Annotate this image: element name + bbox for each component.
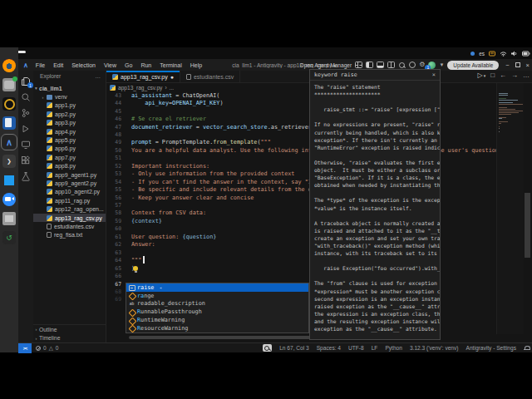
tree-item[interactable]: app6.py [33, 145, 106, 153]
forward-icon[interactable]: → [511, 71, 518, 79]
activity-explorer-icon[interactable]: 1 [20, 76, 32, 86]
activity-remote-explorer-icon[interactable] [20, 139, 32, 150]
menu-view[interactable]: View [101, 62, 120, 69]
run-button[interactable]: ▷ [477, 71, 482, 79]
dock-icon-file-manager[interactable] [2, 78, 16, 91]
status-item[interactable]: LF [372, 345, 378, 351]
bell-icon[interactable] [524, 345, 530, 352]
avatar[interactable]: 1 [428, 62, 436, 69]
activity-extensions-icon[interactable] [20, 155, 32, 165]
tree-item[interactable]: app9_agent2.py [33, 179, 106, 187]
suggest-item-RuntimeWarning[interactable]: RuntimeWarning [126, 316, 308, 324]
toggle-panel-icon[interactable] [377, 62, 384, 68]
tree-item[interactable]: reg_fisa.txt [33, 231, 106, 239]
tree-item[interactable]: app1.py [33, 101, 106, 110]
back-icon[interactable]: ← [500, 71, 506, 79]
status-item[interactable]: Python [385, 345, 402, 351]
dock-icon-vscode[interactable] [2, 174, 16, 187]
tree-item[interactable]: app5.py [33, 135, 106, 144]
menu-edit[interactable]: Edit [50, 62, 66, 69]
tree-item[interactable]: app8.py [33, 162, 106, 170]
tree-item[interactable]: app13_rag_csv.py [33, 214, 106, 222]
activity-run-debug-icon[interactable] [20, 123, 32, 134]
search-icon[interactable] [398, 62, 406, 69]
close-icon[interactable]: × [432, 71, 436, 78]
update-available-button[interactable]: Update Available [447, 61, 499, 70]
menu-selection[interactable]: Selection [68, 62, 99, 69]
word-symbol-icon: ab [129, 301, 135, 307]
tree-item[interactable]: app4.py [33, 127, 106, 135]
status-item[interactable]: Antigravity - Settings [466, 345, 516, 351]
tree-item[interactable]: app9_agent1.py [33, 170, 106, 179]
toggle-primary-sidebar-icon[interactable] [366, 62, 373, 68]
restore-button[interactable] [515, 62, 520, 67]
split-editor-icon[interactable]: □ [490, 71, 495, 79]
system-tray[interactable]: es [470, 47, 530, 59]
screen-magnifier-icon[interactable] [263, 344, 272, 352]
minimap[interactable] [496, 83, 524, 334]
status-item[interactable]: Ln 67, Col 3 [279, 345, 309, 351]
activity-source-control-icon[interactable] [20, 107, 32, 118]
code-line: 61User question: {question} [106, 233, 216, 240]
suggest-item-RunnablePassthrough[interactable]: RunnablePassthrough [126, 308, 308, 316]
tab-label: estudiantes.csv [194, 74, 234, 80]
menu-run[interactable]: Run [137, 62, 155, 69]
activity-search-icon[interactable] [20, 91, 32, 102]
close-button[interactable]: × [526, 62, 530, 69]
tree-item[interactable]: app10_agent2.py [33, 188, 106, 196]
vertical-scrollbar[interactable] [525, 193, 530, 258]
tree-item[interactable]: app7.py [33, 153, 106, 161]
tree-item[interactable]: app2.py [33, 110, 106, 118]
menu-file[interactable]: File [32, 62, 48, 69]
chevron-down-icon[interactable]: ▼ [439, 62, 444, 67]
open-agent-manager-button[interactable]: Open Agent Manager [300, 62, 352, 68]
activity-testing-icon[interactable] [20, 170, 32, 181]
status-item[interactable]: UTF-8 [348, 345, 364, 351]
more-actions-icon[interactable]: … [523, 71, 530, 79]
section-timeline[interactable]: ›Timeline [33, 334, 106, 342]
menu-go[interactable]: Go [121, 62, 135, 69]
remote-indicator[interactable]: >< [18, 343, 32, 353]
tab-app13_rag_csv.py[interactable]: app13_rag_csv.py● [106, 71, 180, 82]
tree-item[interactable]: app12_rag_open... [33, 204, 106, 213]
tree-item[interactable]: ›venv [33, 92, 106, 101]
tree-item[interactable]: estudiantes.csv [33, 222, 106, 230]
keyboard-layout[interactable]: es [479, 51, 485, 57]
suggest-item-ResourceWarning[interactable]: ResourceWarning [126, 324, 308, 332]
tree-item[interactable]: app3.py [33, 119, 106, 127]
code-line: 51 [106, 155, 131, 162]
tree-root-folder[interactable]: ▾cia_llm1 [33, 84, 106, 92]
dock-icon-terminal[interactable]: ❯ [2, 155, 16, 168]
menu-terminal[interactable]: Terminal [156, 62, 185, 69]
dock-icon-antigravity[interactable]: ∧ [2, 135, 16, 149]
dock-icon-zoom[interactable] [2, 193, 16, 206]
breadcrumb-item[interactable]: ... [170, 85, 175, 91]
status-item[interactable]: 3.12.3 ('venv': venv) [410, 345, 459, 351]
minimize-button[interactable]: − [505, 62, 509, 69]
read-more-icon[interactable]: ◂ [159, 285, 161, 290]
dock-icon-libreoffice[interactable] [2, 116, 16, 130]
horizontal-scrollbar[interactable] [129, 336, 337, 339]
dock-icon-firefox[interactable] [2, 59, 16, 72]
suggest-item-range[interactable]: range [126, 292, 308, 300]
menu-help[interactable]: Help [187, 62, 205, 69]
suggest-item-readable_description[interactable]: abreadable_description [126, 300, 308, 308]
dock-icon-ssd[interactable] [2, 212, 16, 225]
customize-layout-icon[interactable] [355, 62, 362, 68]
suggest-item-raise[interactable]: raise◂ [126, 283, 308, 292]
tab-estudiantes.csv[interactable]: estudiantes.csv [180, 71, 240, 82]
dock-icon-trash[interactable]: ↺ [2, 231, 16, 244]
doc-popup-body: The "raise" statement ******************… [310, 81, 440, 332]
status-item[interactable]: Spaces: 4 [317, 345, 341, 351]
lightbulb-icon[interactable] [133, 266, 138, 273]
more-actions-icon[interactable]: … [95, 73, 101, 79]
account-icon[interactable] [409, 62, 416, 68]
tree-item[interactable]: app11_rag.py [33, 196, 106, 204]
run-dropdown-icon[interactable]: ▾ [484, 73, 486, 78]
problems-indicator[interactable]: 0 △ 0 [36, 345, 58, 352]
section-outline[interactable]: ›Outline [33, 325, 106, 333]
toggle-secondary-sidebar-icon[interactable] [387, 62, 395, 68]
dock-icon-media-player[interactable] [2, 97, 16, 111]
gear-icon[interactable]: ⚙ [419, 62, 425, 68]
breadcrumb-item[interactable]: app13_rag_csv.py [118, 85, 162, 91]
